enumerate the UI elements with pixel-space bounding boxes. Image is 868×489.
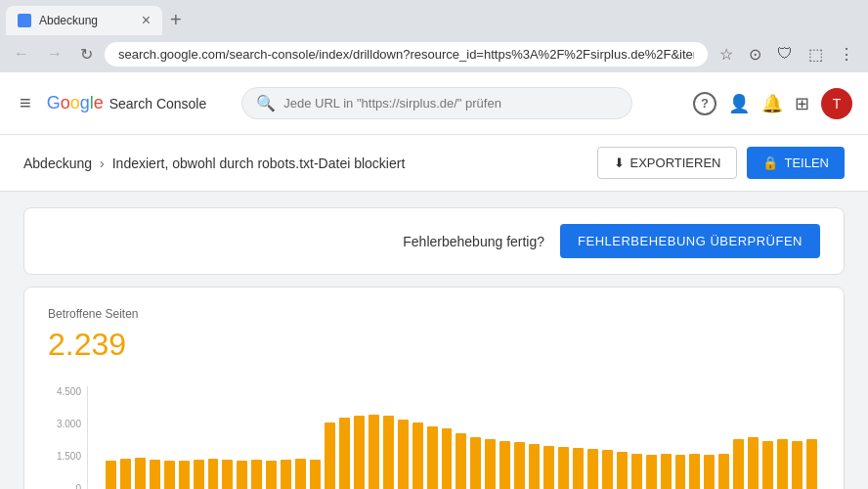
chart-bar	[470, 437, 481, 489]
address-input[interactable]	[105, 42, 708, 67]
app-header: ≡ Google Search Console 🔍 ? 👤 🔔 ⊞ T	[0, 72, 868, 135]
chart-bar	[718, 454, 729, 489]
chart-bar	[456, 433, 466, 489]
bookmark-button[interactable]: ☆	[714, 41, 739, 67]
chart-bar	[543, 446, 554, 489]
help-icon[interactable]: ?	[693, 92, 716, 115]
search-icon: 🔍	[256, 94, 276, 112]
chart-bar	[442, 428, 453, 489]
chart-bar	[164, 461, 175, 489]
chart-bar	[587, 449, 598, 489]
chart-bar	[237, 461, 247, 489]
breadcrumb-bar: Abdeckung › Indexiert, obwohl durch robo…	[0, 135, 868, 192]
export-button[interactable]: ⬇ EXPORTIEREN	[597, 147, 738, 179]
chart-bar	[295, 459, 306, 489]
address-bar-row: ← → ↻ ☆ ⊙ 🛡 ⬚ ⋮	[0, 35, 868, 72]
chart-bar	[383, 416, 394, 489]
y-label-0: 0	[48, 483, 81, 489]
export-label: EXPORTIEREN	[630, 156, 721, 170]
chart-bar	[135, 458, 146, 489]
chart-bar	[194, 460, 204, 489]
y-label-1500: 1.500	[48, 451, 81, 462]
share-label: TEILEN	[784, 156, 829, 170]
chart-bar	[777, 439, 788, 489]
chart-bar	[310, 460, 321, 489]
chart-bar	[325, 422, 335, 489]
apps-icon[interactable]: ⊞	[795, 93, 809, 114]
y-label-3000: 3.000	[48, 419, 81, 429]
chart-bar	[689, 454, 700, 489]
chart-bar	[792, 441, 803, 489]
chart-bar	[617, 452, 628, 489]
chart-container: 4.500 3.000 1.500 0 03.09.20 15.09.20 27…	[48, 378, 820, 489]
share-icon: 🔒	[762, 156, 778, 170]
forward-button[interactable]: →	[41, 41, 68, 67]
google-logo: Google Search Console	[47, 93, 207, 113]
notifications-icon[interactable]: 🔔	[761, 93, 783, 114]
sidebar-menu-icon[interactable]: ≡	[16, 88, 35, 118]
search-box[interactable]: 🔍	[241, 87, 632, 119]
chart-bar	[412, 422, 423, 489]
breadcrumb-link[interactable]: Abdeckung	[23, 156, 92, 171]
browser-chrome: Abdeckung × + ← → ↻ ☆ ⊙ 🛡 ⬚ ⋮	[0, 0, 868, 72]
chart-bar	[266, 461, 277, 489]
breadcrumb-current: Indexiert, obwohl durch robots.txt-Datei…	[112, 156, 406, 171]
share-button[interactable]: 🔒 TEILEN	[747, 147, 845, 179]
stats-label: Betroffene Seiten	[48, 307, 820, 321]
chart-bar	[369, 415, 379, 489]
chart-bar	[748, 437, 759, 489]
tab-bar: Abdeckung × +	[0, 0, 868, 35]
chart-bar	[179, 461, 190, 489]
chart-bars	[87, 386, 820, 489]
breadcrumb-actions: ⬇ EXPORTIEREN 🔒 TEILEN	[597, 147, 845, 179]
chart-bar	[806, 439, 817, 489]
new-tab-button[interactable]: +	[162, 5, 190, 35]
active-tab[interactable]: Abdeckung ×	[6, 6, 162, 35]
fix-check-label: Fehlerbehebung fertig?	[403, 234, 544, 249]
chart-bar	[222, 460, 233, 489]
chart-bar	[631, 454, 642, 489]
y-label-4500: 4.500	[48, 386, 81, 397]
chart-bar	[485, 439, 496, 489]
chart-bar	[646, 455, 657, 489]
fix-check-button[interactable]: FEHLERBEHEBUNG ÜBERPRÜFEN	[560, 224, 820, 258]
stats-value: 2.239	[48, 327, 820, 363]
chart-bar	[208, 459, 219, 489]
back-button[interactable]: ←	[8, 41, 35, 67]
users-icon[interactable]: 👤	[728, 93, 750, 114]
chart-bar	[573, 448, 584, 489]
chart-bar	[514, 442, 525, 489]
search-input[interactable]	[283, 96, 618, 111]
chart-bar	[661, 454, 672, 489]
toolbar-icons: ☆ ⊙ 🛡 ⬚ ⋮	[714, 41, 860, 67]
chart-bar	[150, 460, 160, 489]
tab-title: Abdeckung	[39, 14, 134, 27]
fix-check-card: Fehlerbehebung fertig? FEHLERBEHEBUNG ÜB…	[23, 207, 845, 275]
y-axis: 4.500 3.000 1.500 0	[48, 386, 87, 489]
chart-bar	[558, 447, 569, 489]
chart-bar	[398, 420, 409, 489]
logo-console-text: Search Console	[106, 96, 207, 111]
chart-bar	[354, 416, 365, 489]
main-content: Fehlerbehebung fertig? FEHLERBEHEBUNG ÜB…	[0, 192, 868, 489]
refresh-button[interactable]: ↻	[74, 41, 99, 67]
extension-button[interactable]: ⬚	[803, 41, 829, 67]
chart-bar	[529, 444, 540, 489]
tab-close-button[interactable]: ×	[142, 12, 151, 29]
logo-google-text: Google	[47, 93, 104, 113]
chart-bar	[675, 455, 686, 489]
chart-bars-container	[87, 386, 820, 489]
stats-card: Betroffene Seiten 2.239 4.500 3.000 1.50…	[23, 287, 845, 489]
account-button[interactable]: ⊙	[743, 41, 767, 67]
chart-bar	[120, 459, 131, 489]
chart-bar	[251, 460, 262, 489]
shield-button[interactable]: 🛡	[771, 41, 799, 67]
chart-bar	[339, 418, 350, 489]
chart-bar	[733, 439, 744, 489]
export-icon: ⬇	[614, 156, 625, 170]
avatar[interactable]: T	[821, 88, 852, 119]
chart-bar	[602, 450, 613, 489]
browser-menu-button[interactable]: ⋮	[833, 41, 860, 67]
header-right: ? 👤 🔔 ⊞ T	[693, 88, 852, 119]
chart-bar	[106, 461, 116, 489]
